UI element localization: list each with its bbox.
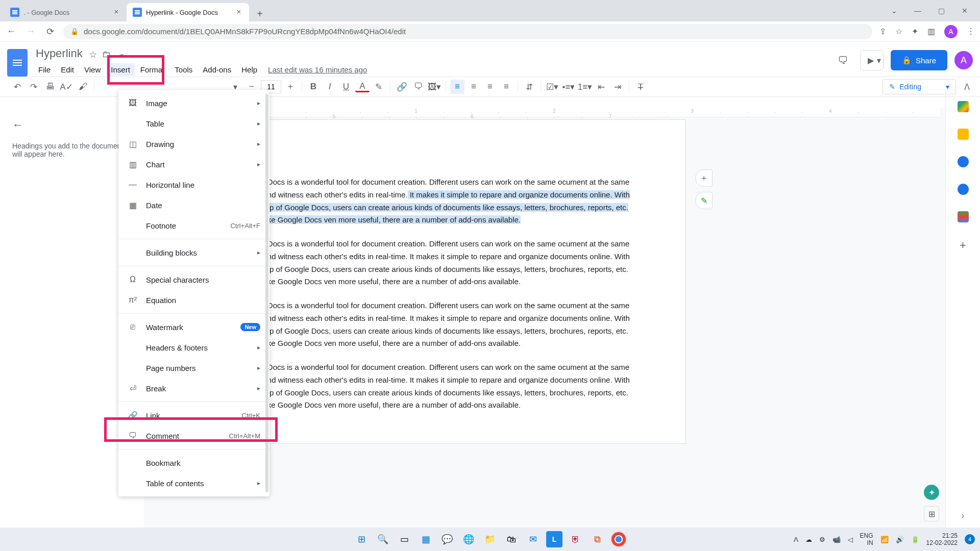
forward-button[interactable]: → — [24, 26, 37, 37]
docs-logo[interactable] — [7, 49, 28, 77]
insert-special-chars[interactable]: ΩSpecial characters — [118, 269, 270, 290]
calendar-icon[interactable] — [958, 101, 969, 112]
clear-formatting-button[interactable]: T̶ — [633, 80, 648, 94]
menu-format[interactable]: Format — [136, 63, 169, 76]
volume-icon[interactable]: 🔊 — [896, 536, 904, 543]
task-view-button[interactable]: ▭ — [396, 531, 412, 547]
keep-icon[interactable] — [958, 129, 969, 140]
last-edit-link[interactable]: Last edit was 16 minutes ago — [268, 63, 367, 76]
insert-headers-footers[interactable]: Headers & footers▸ — [118, 337, 270, 358]
checklist-button[interactable]: ☑▾ — [545, 80, 559, 94]
insert-date[interactable]: ▦Date — [118, 195, 270, 215]
menu-addons[interactable]: Add-ons — [198, 63, 236, 76]
menu-tools[interactable]: Tools — [170, 63, 197, 76]
add-addon-button[interactable]: + — [960, 239, 966, 252]
language-indicator[interactable]: ENG IN — [860, 532, 873, 547]
line-spacing-button[interactable]: ⇵ — [522, 80, 536, 94]
insert-image[interactable]: 🖼Image▸ — [118, 93, 270, 113]
bulleted-list-button[interactable]: •≡▾ — [561, 80, 576, 94]
meet-now-icon[interactable]: 📹 — [832, 536, 841, 543]
bookmark-icon[interactable]: ☆ — [895, 27, 902, 36]
start-button[interactable]: ⊞ — [353, 531, 370, 547]
add-comment-rail-button[interactable]: ＋ — [695, 169, 713, 187]
widgets-button[interactable]: ▦ — [418, 531, 434, 547]
maximize-button[interactable]: ▢ — [930, 3, 952, 18]
sidepanel-icon[interactable]: ▥ — [927, 27, 935, 36]
insert-bookmark[interactable]: Bookmark — [118, 453, 270, 473]
kebab-menu-icon[interactable]: ⋮ — [967, 27, 975, 36]
menu-insert[interactable]: Insert — [106, 63, 135, 76]
collapse-toolbar-button[interactable]: ᐱ — [964, 82, 970, 92]
office-icon[interactable]: ⧉ — [589, 531, 605, 547]
add-comment-button[interactable]: 🗨 — [411, 80, 425, 94]
insert-building-blocks[interactable]: Building blocks▸ — [118, 242, 270, 263]
paint-format-button[interactable]: 🖌 — [76, 80, 90, 94]
clock[interactable]: 21:25 12-02-2022 — [926, 532, 958, 547]
suggest-rail-button[interactable]: ✎ — [695, 192, 713, 209]
underline-button[interactable]: U — [339, 80, 353, 94]
onedrive-icon[interactable]: ☁ — [805, 536, 812, 543]
share-button[interactable]: 🔒 Share — [891, 50, 947, 70]
insert-equation[interactable]: π²Equation — [118, 290, 270, 310]
text-color-button[interactable]: A — [355, 81, 370, 92]
side-panel-collapse-icon[interactable]: › — [962, 511, 964, 520]
document-title[interactable]: Hyperlink — [34, 46, 85, 61]
browser-tab-active[interactable]: Hyperlink - Google Docs × — [127, 3, 249, 21]
account-avatar[interactable]: A — [954, 51, 973, 69]
notifications-badge[interactable]: 4 — [965, 534, 975, 544]
reload-button[interactable]: ⟳ — [44, 26, 56, 37]
insert-page-numbers[interactable]: Page numbers▸ — [118, 358, 270, 378]
edge-icon[interactable]: 🌐 — [460, 531, 477, 547]
extensions-icon[interactable]: ✦ — [912, 27, 918, 36]
wifi-icon[interactable]: 📶 — [880, 536, 889, 543]
close-window-button[interactable]: ✕ — [953, 3, 976, 18]
insert-table[interactable]: Table▸ — [118, 113, 270, 134]
insert-footnote[interactable]: FootnoteCtrl+Alt+F — [118, 215, 270, 236]
insert-image-button[interactable]: 🖼▾ — [427, 80, 442, 94]
numbered-list-button[interactable]: 1≡▾ — [578, 80, 592, 94]
battery-icon[interactable]: 🔋 — [911, 536, 919, 543]
chrome-icon[interactable] — [610, 531, 627, 547]
insert-comment[interactable]: 🗨CommentCtrl+Alt+M — [118, 425, 270, 446]
align-center-button[interactable]: ≡ — [467, 80, 481, 94]
search-button[interactable]: 🔍 — [375, 531, 391, 547]
profile-avatar[interactable]: A — [944, 25, 958, 38]
align-right-button[interactable]: ≡ — [483, 80, 497, 94]
insert-link[interactable]: 🔗LinkCtrl+K — [118, 405, 270, 425]
insert-break[interactable]: ⏎Break▸ — [118, 378, 270, 398]
address-bar[interactable]: 🔒 docs.google.com/document/d/1BELQ0AHMnS… — [63, 24, 872, 39]
tasks-icon[interactable] — [958, 156, 969, 167]
explorer-icon[interactable]: 📁 — [482, 531, 498, 547]
align-left-button[interactable]: ≡ — [450, 80, 464, 94]
undo-button[interactable] — [10, 80, 24, 94]
italic-button[interactable]: I — [323, 80, 337, 94]
insert-watermark[interactable]: ⎚WatermarkNew — [118, 317, 270, 337]
menu-file[interactable]: File — [34, 63, 55, 76]
move-icon[interactable]: 🗀 — [102, 49, 111, 60]
tray-overflow-icon[interactable]: ᐱ — [794, 536, 798, 543]
minimize-button[interactable]: — — [906, 3, 929, 18]
outline-collapse-icon[interactable]: ← — [12, 118, 132, 132]
cloud-status-icon[interactable]: ☁ — [116, 49, 126, 60]
insert-hr[interactable]: —Horizontal line — [118, 174, 270, 195]
menu-view[interactable]: View — [80, 63, 105, 76]
app-icon[interactable]: L — [546, 531, 562, 547]
maps-icon[interactable] — [958, 211, 969, 222]
decrease-indent-button[interactable]: ⇤ — [594, 80, 608, 94]
new-tab-button[interactable]: + — [252, 6, 267, 21]
print-button[interactable]: 🖶 — [43, 80, 57, 94]
share-page-icon[interactable]: ⇪ — [879, 27, 886, 36]
highlight-color-button[interactable]: ✎ — [372, 80, 386, 94]
redo-button[interactable] — [27, 80, 41, 94]
store-icon[interactable]: 🛍 — [503, 531, 520, 547]
explore-button[interactable]: ✦ — [924, 485, 939, 500]
increase-font-button[interactable]: + — [283, 80, 298, 94]
insert-chart[interactable]: ▥Chart▸ — [118, 154, 270, 174]
tab-close-icon[interactable]: × — [112, 8, 120, 16]
spellcheck-button[interactable]: A✓ — [59, 80, 74, 94]
show-side-panel-button[interactable]: ⊞ — [924, 506, 939, 521]
insert-toc[interactable]: Table of contents▸ — [118, 473, 270, 493]
star-icon[interactable]: ☆ — [89, 49, 97, 60]
insert-link-button[interactable]: 🔗 — [395, 80, 409, 94]
bold-button[interactable]: B — [306, 80, 321, 94]
